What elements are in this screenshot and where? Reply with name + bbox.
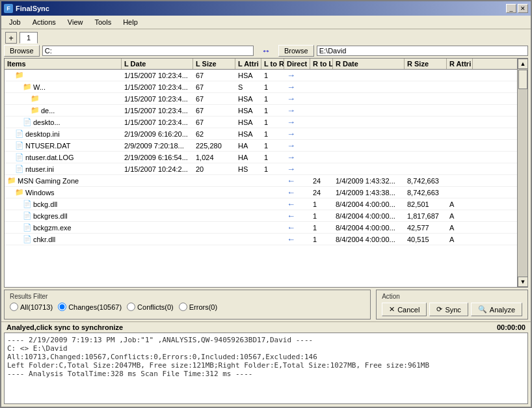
table-row[interactable]: 📁 1/15/2007 10:23:4... 67 HSA 1 →: [5, 93, 517, 105]
table-row[interactable]: 📄 bckgzm.exe ← 1 8/4/2004 4:00:00... 42,…: [5, 222, 517, 234]
filter-all[interactable]: All(10713): [10, 303, 53, 311]
table-row[interactable]: 📁 W... 1/15/2007 10:23:4... 67 S 1 →: [5, 81, 517, 93]
file-name: desktop.ini: [25, 130, 60, 138]
menu-actions[interactable]: Actions: [27, 17, 61, 27]
cell-ldate: [122, 192, 193, 193]
file-name: de...: [41, 107, 55, 115]
cancel-button[interactable]: ✕ Cancel: [382, 303, 427, 316]
menu-view[interactable]: View: [62, 17, 88, 27]
cell-lattri: [235, 180, 261, 182]
col-header-rtol: R to L: [310, 59, 333, 69]
filter-errors[interactable]: Errors(0): [179, 303, 217, 311]
cell-rtol: 24: [310, 176, 333, 185]
browse-right-button[interactable]: Browse: [278, 45, 314, 57]
col-header-items: Items: [5, 59, 122, 69]
file-panel: Items L Date L Size L Attri L to R Direc…: [4, 58, 528, 288]
cell-rattri: [447, 145, 473, 146]
file-name: NTUSER.DAT: [25, 142, 70, 150]
cell-ldate: 2/9/2009 7:20:18...: [122, 141, 193, 150]
cell-direct: →: [284, 81, 310, 92]
table-row[interactable]: 📄 ntuser.dat.LOG 2/19/2009 6:16:54... 1,…: [5, 152, 517, 163]
cell-lattri: HA: [235, 153, 261, 162]
swap-arrow[interactable]: ↔: [256, 46, 276, 56]
cell-rdate: 8/4/2004 4:00:00...: [333, 200, 405, 209]
action-title: Action: [382, 293, 522, 300]
cell-rattri: [447, 180, 473, 182]
cell-rtol: [310, 87, 333, 88]
minimize-button[interactable]: _: [506, 4, 516, 13]
file-table[interactable]: Items L Date L Size L Attri L to R Direc…: [5, 59, 517, 287]
add-tab-button[interactable]: +: [5, 32, 17, 44]
table-row[interactable]: 📁 1/15/2007 10:23:4... 67 HSA 1 →: [5, 70, 517, 81]
scroll-thumb[interactable]: [518, 70, 527, 89]
cell-rtol: 1: [310, 200, 333, 209]
cell-rsize: [405, 133, 447, 135]
cell-lsize: [193, 192, 235, 193]
cell-ltor: 1: [261, 94, 284, 103]
cell-ldate: [122, 215, 193, 217]
cell-lattri: HSA: [235, 94, 261, 103]
file-name: ntuser.dat.LOG: [25, 154, 74, 161]
cell-rsize: 42,577: [405, 223, 447, 232]
cell-lattri: [235, 204, 261, 205]
cell-direct: ←: [284, 187, 310, 198]
cell-ltor: [261, 204, 284, 205]
results-filter: Results Filter All(10713) Changes(10567)…: [4, 290, 371, 320]
cell-lattri: HSA: [235, 118, 261, 127]
cell-rtol: [310, 145, 333, 146]
scroll-down-button[interactable]: ▼: [518, 277, 527, 287]
filter-changes[interactable]: Changes(10567): [58, 303, 122, 311]
cell-lsize: [193, 239, 235, 240]
table-row[interactable]: 📄 chkr.dll ← 1 8/4/2004 4:00:00... 40,51…: [5, 234, 517, 245]
table-row[interactable]: 📄 deskto... 1/15/2007 10:23:4... 67 HSA …: [5, 116, 517, 128]
table-row[interactable]: 📄 bckg.dll ← 1 8/4/2004 4:00:00... 82,50…: [5, 198, 517, 210]
menubar: Job Actions View Tools Help: [1, 16, 531, 29]
table-row[interactable]: 📄 bckgres.dll ← 1 8/4/2004 4:00:00... 1,…: [5, 210, 517, 222]
title-bar: F FinalSync _ ✕: [1, 1, 531, 16]
scroll-up-button[interactable]: ▲: [518, 59, 527, 69]
browse-left-button[interactable]: Browse: [4, 45, 40, 57]
window-controls: _ ✕: [506, 4, 528, 13]
sync-icon: ⟳: [436, 305, 442, 314]
analyze-button[interactable]: 🔍 Analyze: [471, 303, 522, 316]
table-row[interactable]: 📄 NTUSER.DAT 2/9/2009 7:20:18... 225,280…: [5, 140, 517, 152]
file-name: bckgres.dll: [33, 212, 68, 220]
filter-conflicts[interactable]: Conflicts(0): [127, 303, 174, 311]
right-path-input[interactable]: [317, 46, 528, 56]
col-header-lsize: L Size: [193, 59, 235, 69]
cell-ltor: 1: [261, 71, 284, 80]
file-name: MSN Gaming Zone: [18, 177, 79, 185]
cell-ltor: 1: [261, 118, 284, 127]
cell-direct: ←: [284, 234, 310, 245]
table-row[interactable]: 📄 desktop.ini 2/19/2009 6:16:20... 62 HS…: [5, 128, 517, 140]
analyze-icon: 🔍: [478, 305, 487, 314]
table-row[interactable]: 📁 MSN Gaming Zone ← 24 1/4/2009 1:43:32.…: [5, 175, 517, 187]
close-button[interactable]: ✕: [518, 4, 528, 13]
menu-help[interactable]: Help: [118, 17, 143, 27]
menu-tools[interactable]: Tools: [89, 17, 116, 27]
table-header: Items L Date L Size L Attri L to R Direc…: [5, 59, 517, 70]
status-bar: Analyed,click sync to synchronize 00:00:…: [1, 321, 531, 333]
cell-lsize: 67: [193, 118, 235, 127]
cell-direct: →: [284, 105, 310, 116]
cell-ldate: 2/19/2009 6:16:20...: [122, 129, 193, 139]
cell-rdate: 8/4/2004 4:00:00...: [333, 235, 405, 244]
file-table-scrollbar[interactable]: ▲ ▼: [517, 59, 527, 287]
table-row[interactable]: 📁 Windows ← 24 1/4/2009 1:43:38... 8,742…: [5, 187, 517, 198]
main-window: F FinalSync _ ✕ Job Actions View Tools H…: [0, 0, 532, 408]
cell-lattri: HA: [235, 141, 261, 150]
tab-1[interactable]: 1: [20, 32, 38, 44]
cell-ldate: 1/15/2007 10:23:4...: [122, 118, 193, 127]
cell-rattri: A: [447, 211, 473, 221]
cell-rattri: A: [447, 200, 473, 209]
window-title: FinalSync: [16, 5, 49, 12]
file-name: bckgzm.exe: [33, 224, 72, 232]
cell-ltor: 1: [261, 141, 284, 150]
menu-job[interactable]: Job: [4, 17, 26, 27]
table-row[interactable]: 📄 ntuser.ini 1/15/2007 10:24:2... 20 HS …: [5, 163, 517, 175]
log-panel[interactable]: ---- 2/19/2009 7:19:13 PM ,Job:"1" ,ANAL…: [4, 333, 528, 404]
cell-rtol: [310, 98, 333, 100]
left-path-input[interactable]: [42, 46, 254, 56]
table-row[interactable]: 📁 de... 1/15/2007 10:23:4... 67 HSA 1 →: [5, 105, 517, 116]
sync-button[interactable]: ⟳ Sync: [429, 303, 468, 316]
